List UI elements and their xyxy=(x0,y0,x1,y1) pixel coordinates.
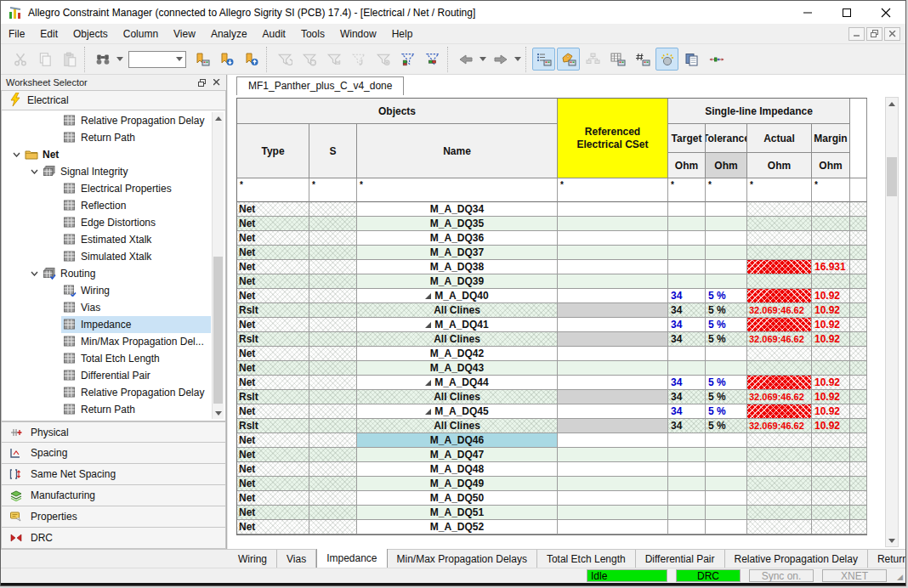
cell-referenced-cset[interactable] xyxy=(558,448,668,462)
cell-referenced-cset[interactable] xyxy=(558,318,668,332)
menu-analyze[interactable]: Analyze xyxy=(203,24,255,43)
cell-name[interactable]: M_A_DQ40 xyxy=(357,289,558,303)
tree-item-edge-distortions[interactable]: Edge Distortions xyxy=(3,214,211,231)
filter-type[interactable]: * xyxy=(237,178,309,202)
expand-triangle-icon[interactable] xyxy=(425,409,431,415)
cell-s[interactable] xyxy=(309,347,357,361)
cell-tolerance[interactable]: 5 % xyxy=(706,332,747,347)
actual-column-header[interactable]: Actual xyxy=(747,124,812,153)
filter-target[interactable]: * xyxy=(668,178,706,202)
worksheet-tab-relative-propagation-delay[interactable]: Relative Propagation Delay xyxy=(725,550,868,568)
cell-s[interactable] xyxy=(309,318,357,332)
cell-target[interactable] xyxy=(668,520,706,534)
cell-actual[interactable] xyxy=(747,361,812,376)
cell-name[interactable]: M_A_DQ35 xyxy=(357,217,558,231)
cell-actual[interactable] xyxy=(747,260,812,274)
objects-group-header[interactable]: Objects xyxy=(237,99,558,124)
cell-tolerance[interactable] xyxy=(706,231,747,246)
cell-margin[interactable] xyxy=(812,231,850,246)
cell-target[interactable]: 34 xyxy=(668,332,706,347)
find-icon[interactable] xyxy=(91,48,114,71)
cell-target[interactable] xyxy=(668,260,706,274)
cell-referenced-cset[interactable] xyxy=(558,347,668,361)
cell-target[interactable] xyxy=(668,274,706,289)
cell-actual[interactable] xyxy=(747,217,812,231)
cell-tolerance[interactable]: 5 % xyxy=(706,318,747,332)
cell-referenced-cset[interactable] xyxy=(558,433,668,448)
cell-s[interactable] xyxy=(309,433,357,448)
category-physical[interactable]: Physical xyxy=(1,421,226,443)
worksheet-tab-return-path[interactable]: Return Path xyxy=(868,550,906,568)
cell-tolerance[interactable] xyxy=(706,477,747,491)
cell-name[interactable]: M_A_DQ49 xyxy=(357,477,558,491)
bookmark-previous-icon[interactable] xyxy=(240,48,263,71)
worksheet-tab-differential-pair[interactable]: Differential Pair xyxy=(636,550,725,568)
cell-referenced-cset[interactable] xyxy=(558,506,668,520)
filter-actual[interactable]: * xyxy=(747,178,812,202)
filter-margin[interactable]: * xyxy=(812,178,850,202)
cell-target[interactable] xyxy=(668,506,706,520)
cell-tolerance[interactable]: 5 % xyxy=(706,376,747,390)
search-input[interactable] xyxy=(129,53,172,66)
table-scrollbar-thumb[interactable] xyxy=(887,157,897,196)
tree-item-routing[interactable]: Routing xyxy=(3,265,211,282)
worksheet-tab-vias[interactable]: Vias xyxy=(277,550,316,568)
cell-tolerance[interactable] xyxy=(706,491,747,506)
cell-target[interactable]: 34 xyxy=(668,376,706,390)
cell-tolerance[interactable] xyxy=(706,246,747,260)
cell-target[interactable] xyxy=(668,433,706,448)
cell-actual[interactable] xyxy=(747,202,812,217)
cell-actual[interactable]: 32.069:46.62 xyxy=(747,332,812,347)
cell-margin[interactable] xyxy=(812,491,850,506)
cell-name[interactable]: M_A_DQ42 xyxy=(357,347,558,361)
cell-actual[interactable] xyxy=(747,347,812,361)
cell-margin[interactable] xyxy=(812,361,850,376)
menu-audit[interactable]: Audit xyxy=(255,24,293,43)
bookmark-display-icon[interactable] xyxy=(190,48,213,71)
cell-s[interactable] xyxy=(309,303,357,318)
cell-tolerance[interactable]: 5 % xyxy=(706,289,747,303)
cell-target[interactable]: 34 xyxy=(668,318,706,332)
cell-margin[interactable]: 10.92 xyxy=(812,289,850,303)
table-scrollbar[interactable] xyxy=(885,97,899,547)
cell-target[interactable] xyxy=(668,246,706,260)
cell-tolerance[interactable]: 5 % xyxy=(706,303,747,318)
referenced-cset-header[interactable]: Referenced Electrical CSet xyxy=(558,99,668,178)
cell-referenced-cset[interactable] xyxy=(558,274,668,289)
cell-actual[interactable]: 32.069:46.62 xyxy=(747,303,812,318)
cell-referenced-cset[interactable] xyxy=(558,246,668,260)
cell-referenced-cset[interactable] xyxy=(558,520,668,534)
menu-edit[interactable]: Edit xyxy=(32,24,65,43)
cell-s[interactable] xyxy=(309,202,357,217)
cell-s[interactable] xyxy=(309,246,357,260)
bookmark-next-icon[interactable] xyxy=(215,48,238,71)
cell-margin[interactable] xyxy=(812,506,850,520)
cell-referenced-cset[interactable] xyxy=(558,404,668,419)
cell-s[interactable] xyxy=(309,231,357,246)
cell-margin[interactable] xyxy=(812,274,850,289)
filter-table-icon[interactable] xyxy=(396,48,419,71)
cell-target[interactable] xyxy=(668,491,706,506)
panel-float-icon[interactable] xyxy=(196,76,207,88)
expand-triangle-icon[interactable] xyxy=(425,380,431,386)
cell-actual[interactable] xyxy=(747,448,812,462)
cell-tolerance[interactable]: 5 % xyxy=(706,390,747,404)
cell-referenced-cset[interactable] xyxy=(558,231,668,246)
cell-tolerance[interactable]: 5 % xyxy=(706,419,747,433)
filter-name[interactable]: * xyxy=(357,178,558,202)
category-drc[interactable]: DRC xyxy=(1,528,226,549)
cell-type[interactable]: Net xyxy=(237,347,309,361)
search-combobox[interactable] xyxy=(128,51,186,68)
cell-name[interactable]: M_A_DQ38 xyxy=(357,260,558,274)
cell-margin[interactable] xyxy=(812,462,850,477)
cell-margin[interactable] xyxy=(812,202,850,217)
tree-item-total-etch-length[interactable]: Total Etch Length xyxy=(3,350,211,367)
cell-target[interactable] xyxy=(668,231,706,246)
cell-name[interactable]: M_A_DQ39 xyxy=(357,274,558,289)
cell-s[interactable] xyxy=(309,274,357,289)
filter-tolerance[interactable]: * xyxy=(706,178,747,202)
tree-item-differential-pair[interactable]: Differential Pair xyxy=(3,367,211,384)
cell-actual[interactable]: 32.069:46.62 xyxy=(747,419,812,433)
tree-item-min-max-propagation-del[interactable]: Min/Max Propagation Del... xyxy=(3,333,211,350)
nav-forward-dropdown-icon[interactable] xyxy=(514,48,522,71)
